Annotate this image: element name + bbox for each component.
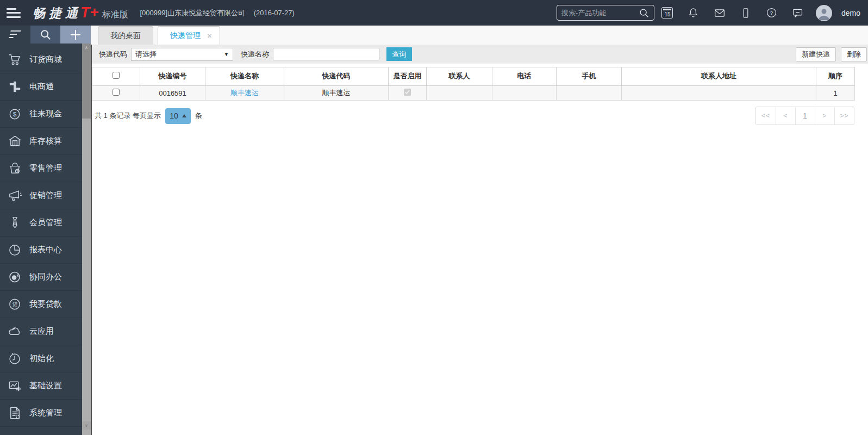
basic-settings-icon: [7, 378, 23, 394]
tab-bar: 我的桌面 快递管理 ×: [91, 26, 868, 45]
pagination-bar: 共 1 条记录 每页显示 10 条 << < 1 > >>: [92, 105, 868, 127]
row-select-cell: [92, 86, 140, 101]
sidebar-item-ecommerce[interactable]: 电商通: [0, 73, 82, 101]
mobile-icon[interactable]: [733, 7, 759, 19]
cell-address: [622, 86, 816, 101]
search-icon[interactable]: [639, 8, 650, 18]
calendar-icon[interactable]: 15: [654, 7, 680, 18]
loan-icon: 贷: [7, 297, 23, 312]
sidebar-item-retail[interactable]: $ 零售管理: [0, 155, 82, 182]
mail-icon[interactable]: [707, 7, 733, 20]
express-code-select[interactable]: 请选择 ▼: [131, 48, 233, 61]
sidebar-add-button[interactable]: [60, 26, 91, 44]
sidebar-item-system[interactable]: 系统管理: [0, 400, 82, 427]
user-avatar[interactable]: [811, 5, 837, 21]
system-icon: [7, 406, 23, 421]
page-size-unit: 条: [195, 111, 202, 121]
sidebar-menu: 订货商城 电商通 $: [0, 44, 82, 435]
page-size-value: 10: [170, 111, 178, 120]
sidebar-item-order-mall[interactable]: 订货商城: [0, 46, 82, 73]
product-search-box[interactable]: [557, 5, 654, 21]
col-express-code: 快递代码: [284, 67, 389, 86]
col-contact: 联系人: [427, 67, 492, 86]
tab-close-icon[interactable]: ×: [207, 32, 212, 40]
help-icon[interactable]: ?: [759, 7, 785, 19]
calendar-day: 15: [664, 11, 670, 17]
next-page-button[interactable]: >: [815, 107, 834, 125]
svg-text:?: ?: [770, 10, 773, 16]
row-checkbox[interactable]: [113, 89, 120, 96]
main-menu-icon[interactable]: [7, 8, 21, 18]
tab-express-management[interactable]: 快递管理 ×: [158, 26, 220, 45]
svg-text:贷: 贷: [12, 301, 17, 307]
cloud-icon: [7, 324, 23, 339]
sidebar-item-report[interactable]: 报表中心: [0, 237, 82, 264]
express-name-link[interactable]: 顺丰速运: [230, 89, 259, 97]
scroll-up-icon[interactable]: ∧: [82, 44, 91, 52]
top-bar: 畅捷通 T+ 标准版 [000999]山东康悦堂经贸有限公司 (2016-07-…: [0, 0, 868, 26]
sidebar-item-label: 初始化: [29, 353, 54, 364]
express-table: 快递编号 快递名称 快递代码 是否启用 联系人 电话 手机 联系人地址 顺序 0…: [92, 67, 855, 101]
tab-my-desktop[interactable]: 我的桌面: [98, 26, 153, 45]
filter-bar: 快递代码 请选择 ▼ 快递名称 查询 新建快递 删除: [92, 45, 868, 64]
new-express-button[interactable]: 新建快递: [796, 47, 836, 61]
brand-logo: 畅捷通 T+ 标准版: [33, 4, 128, 22]
sidebar-item-label: 会员管理: [29, 217, 62, 228]
report-icon: [7, 243, 23, 258]
sidebar-item-basic-settings[interactable]: 基础设置: [0, 372, 82, 400]
cell-phone: [492, 86, 557, 101]
delete-button[interactable]: 删除: [841, 47, 867, 61]
prev-page-button[interactable]: <: [776, 107, 795, 125]
page-size-select[interactable]: 10: [165, 108, 191, 124]
sidebar-item-label: 促销管理: [29, 190, 62, 201]
sidebar-item-member[interactable]: 会员管理: [0, 209, 82, 237]
col-phone: 电话: [492, 67, 557, 86]
sidebar-item-label: 电商通: [29, 82, 54, 92]
scrollbar-thumb[interactable]: [82, 52, 91, 119]
enabled-checkbox: [404, 89, 411, 96]
col-express-name: 快递名称: [205, 67, 284, 86]
ecommerce-icon: [7, 79, 23, 95]
sidebar: 订货商城 电商通 $: [0, 26, 91, 435]
search-input[interactable]: [561, 9, 639, 17]
svg-text:$: $: [13, 111, 16, 117]
sidebar-item-inventory[interactable]: 库存核算: [0, 128, 82, 155]
sidebar-item-label: 基础设置: [29, 381, 62, 391]
record-summary: 共 1 条记录 每页显示: [95, 111, 161, 121]
sidebar-collapse-button[interactable]: [0, 26, 30, 44]
sidebar-item-collaboration[interactable]: 协同办公: [0, 264, 82, 291]
brand-name: 畅捷通: [33, 5, 82, 22]
cart-icon: [7, 52, 23, 67]
current-page-button[interactable]: 1: [795, 107, 815, 125]
sidebar-item-label: 往来现金: [29, 109, 62, 119]
sidebar-search-button[interactable]: [30, 26, 61, 44]
sidebar-item-init[interactable]: 初始化: [0, 345, 82, 372]
table-header-row: 快递编号 快递名称 快递代码 是否启用 联系人 电话 手机 联系人地址 顺序: [92, 67, 855, 86]
first-page-button[interactable]: <<: [756, 107, 776, 125]
express-name-label: 快递名称: [241, 49, 269, 59]
col-mobile: 手机: [557, 67, 622, 86]
scroll-down-icon[interactable]: ∨: [82, 421, 91, 430]
sidebar-item-cloud[interactable]: 云应用: [0, 318, 82, 345]
sidebar-item-label: 库存核算: [29, 136, 62, 146]
notifications-icon[interactable]: [680, 7, 707, 19]
express-code-label: 快递代码: [99, 49, 127, 59]
chevron-down-icon: ▼: [224, 52, 229, 57]
username-label[interactable]: demo: [841, 9, 860, 17]
sidebar-scrollbar[interactable]: ∧ ∨: [82, 44, 91, 435]
sidebar-item-label: 云应用: [29, 326, 54, 337]
login-date: (2016-07-27): [254, 9, 295, 17]
sidebar-item-loan[interactable]: 贷 我要贷款: [0, 291, 82, 318]
last-page-button[interactable]: >>: [834, 107, 854, 125]
sidebar-item-promotion[interactable]: 促销管理: [0, 182, 82, 209]
sidebar-item-label: 系统管理: [29, 408, 62, 418]
sidebar-item-label: 订货商城: [29, 54, 62, 65]
sidebar-item-label: 我要贷款: [29, 299, 62, 309]
express-name-input[interactable]: [273, 48, 379, 60]
company-name: [000999]山东康悦堂经贸有限公司: [140, 9, 245, 17]
select-all-checkbox[interactable]: [113, 72, 120, 79]
feedback-icon[interactable]: [785, 7, 811, 19]
query-button[interactable]: 查询: [386, 47, 412, 61]
sidebar-item-cash[interactable]: $ 往来现金: [0, 101, 82, 128]
cell-express-name: 顺丰速运: [205, 86, 284, 101]
